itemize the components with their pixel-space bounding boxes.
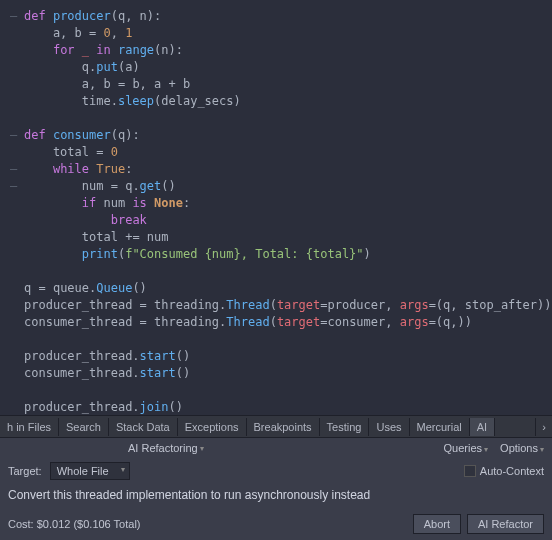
fold-marker (10, 246, 24, 263)
code-line[interactable]: —def consumer(q): (4, 127, 548, 144)
fold-marker (10, 195, 24, 212)
code-line[interactable]: a, b = b, a + b (4, 76, 548, 93)
abort-button[interactable]: Abort (413, 514, 461, 534)
tab-exceptions[interactable]: Exceptions (178, 418, 247, 436)
code-line[interactable] (4, 110, 548, 127)
panel-header: AI Refactoring ▾ Queries▾ Options▾ (0, 438, 552, 458)
options-menu[interactable]: Options▾ (500, 442, 544, 454)
code-line[interactable]: break (4, 212, 548, 229)
fold-marker (10, 229, 24, 246)
code-line[interactable]: a, b = 0, 1 (4, 25, 548, 42)
fold-marker (10, 263, 24, 280)
tab-bar: h in FilesSearchStack DataExceptionsBrea… (0, 416, 552, 438)
code-line[interactable]: print(f"Consumed {num}, Total: {total}") (4, 246, 548, 263)
code-line[interactable]: time.sleep(delay_secs) (4, 93, 548, 110)
fold-marker (10, 297, 24, 314)
tab-scroll-right-icon[interactable]: › (535, 418, 552, 436)
code-line[interactable]: total += num (4, 229, 548, 246)
tab-ai[interactable]: AI (470, 418, 495, 436)
code-line[interactable]: for _ in range(n): (4, 42, 548, 59)
auto-context-checkbox[interactable] (464, 465, 476, 477)
code-line[interactable]: producer_thread.join() (4, 399, 548, 415)
fold-marker (10, 110, 24, 127)
code-line[interactable]: q.put(a) (4, 59, 548, 76)
fold-marker[interactable]: — (10, 127, 24, 144)
code-line[interactable]: consumer_thread.start() (4, 365, 548, 382)
code-line[interactable]: consumer_thread = threading.Thread(targe… (4, 314, 548, 331)
tab-uses[interactable]: Uses (369, 418, 409, 436)
bottom-panel: h in FilesSearchStack DataExceptionsBrea… (0, 415, 552, 540)
tab-breakpoints[interactable]: Breakpoints (247, 418, 320, 436)
panel-footer: Cost: $0.012 ($0.106 Total) Abort AI Ref… (0, 508, 552, 540)
fold-marker (10, 93, 24, 110)
queries-menu[interactable]: Queries▾ (444, 442, 489, 454)
fold-marker (10, 59, 24, 76)
fold-marker (10, 382, 24, 399)
fold-marker (10, 314, 24, 331)
auto-context-label: Auto-Context (480, 465, 544, 477)
fold-marker (10, 25, 24, 42)
tab-stack-data[interactable]: Stack Data (109, 418, 178, 436)
code-line[interactable]: q = queue.Queue() (4, 280, 548, 297)
fold-marker[interactable]: — (10, 178, 24, 195)
fold-marker[interactable]: — (10, 161, 24, 178)
code-line[interactable] (4, 331, 548, 348)
tab-mercurial[interactable]: Mercurial (410, 418, 470, 436)
fold-marker (10, 212, 24, 229)
code-line[interactable]: if num is None: (4, 195, 548, 212)
panel-title: AI Refactoring (128, 442, 198, 454)
tab-testing[interactable]: Testing (320, 418, 370, 436)
fold-marker (10, 399, 24, 415)
target-row: Target: Whole File Auto-Context (0, 458, 552, 484)
tab-search[interactable]: Search (59, 418, 109, 436)
code-line[interactable]: —def producer(q, n): (4, 8, 548, 25)
code-line[interactable]: producer_thread.start() (4, 348, 548, 365)
target-label: Target: (8, 465, 42, 477)
code-line[interactable] (4, 263, 548, 280)
chevron-down-icon[interactable]: ▾ (200, 444, 204, 453)
fold-marker (10, 76, 24, 93)
code-editor[interactable]: —def producer(q, n): a, b = 0, 1 for _ i… (0, 0, 552, 415)
code-line[interactable] (4, 382, 548, 399)
cost-label: Cost: $0.012 ($0.106 Total) (8, 518, 141, 530)
fold-marker (10, 331, 24, 348)
fold-marker (10, 365, 24, 382)
code-line[interactable]: — num = q.get() (4, 178, 548, 195)
fold-marker[interactable]: — (10, 8, 24, 25)
fold-marker (10, 42, 24, 59)
fold-marker (10, 348, 24, 365)
fold-marker (10, 144, 24, 161)
tab-h-in-files[interactable]: h in Files (0, 418, 59, 436)
prompt-input[interactable]: Convert this threaded implementation to … (0, 484, 552, 506)
code-line[interactable]: producer_thread = threading.Thread(targe… (4, 297, 548, 314)
ai-refactor-button[interactable]: AI Refactor (467, 514, 544, 534)
code-line[interactable]: total = 0 (4, 144, 548, 161)
fold-marker (10, 280, 24, 297)
target-dropdown[interactable]: Whole File (50, 462, 130, 480)
code-line[interactable]: — while True: (4, 161, 548, 178)
